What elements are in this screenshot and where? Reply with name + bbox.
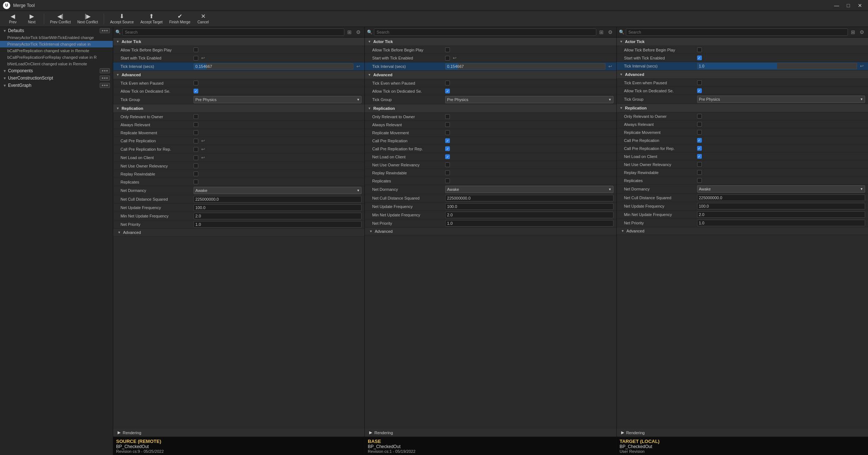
- tree-item-3[interactable]: bCallPreReplication changed value in Rem…: [0, 47, 113, 54]
- prop-checkbox[interactable]: [194, 180, 198, 184]
- sub-section-rendering[interactable]: ▶Rendering: [113, 429, 364, 437]
- prop-checkbox[interactable]: [194, 47, 198, 52]
- tree-item-4[interactable]: bCallPreReplicationForReplay changed val…: [0, 54, 113, 61]
- prop-checkbox[interactable]: [445, 130, 450, 135]
- minimize-button[interactable]: —: [831, 2, 842, 9]
- prop-checkbox[interactable]: [445, 56, 450, 61]
- prop-checkbox[interactable]: [194, 163, 198, 168]
- section-header-0[interactable]: ▼Actor Tick: [113, 38, 364, 46]
- prop-checkbox[interactable]: [445, 170, 450, 175]
- section-header-1[interactable]: ▼Advanced: [617, 70, 868, 79]
- prop-revert-button[interactable]: ↩: [200, 138, 206, 144]
- prop-slider[interactable]: 0.154667: [445, 63, 605, 70]
- prop-revert-button[interactable]: ↩: [200, 55, 206, 61]
- tree-item-6[interactable]: ▼Components: [0, 67, 113, 74]
- prop-input[interactable]: [445, 203, 613, 210]
- prop-dropdown[interactable]: Awake▼: [697, 185, 865, 193]
- prop-dropdown[interactable]: Awake▼: [445, 186, 613, 193]
- prop-checkbox[interactable]: [697, 130, 702, 135]
- prop-checkbox[interactable]: [445, 122, 450, 127]
- prop-checkbox[interactable]: [445, 89, 450, 93]
- prop-dropdown[interactable]: Pre Physics▼: [194, 96, 362, 103]
- prop-checkbox[interactable]: [445, 162, 450, 167]
- prop-checkbox[interactable]: [194, 130, 198, 135]
- grid-view-button-base[interactable]: ⊞: [598, 28, 605, 36]
- settings-button-source[interactable]: ⚙: [355, 28, 362, 36]
- prop-input[interactable]: [445, 195, 613, 201]
- prop-checkbox[interactable]: [697, 47, 702, 52]
- next-conflict-button[interactable]: |▶ Next Conflict: [74, 12, 101, 26]
- sub-section-rendering[interactable]: ▶Rendering: [365, 429, 616, 437]
- accept-source-button[interactable]: ⬇ Accept Source: [107, 12, 137, 26]
- tree-item-7[interactable]: ▼UserConstructionScript: [0, 74, 113, 82]
- prop-input[interactable]: [697, 220, 865, 226]
- search-input-base[interactable]: [374, 28, 596, 36]
- prop-checkbox[interactable]: [194, 171, 198, 176]
- prop-revert-button[interactable]: ↩: [859, 63, 865, 69]
- section-header-3[interactable]: ▼Advanced: [617, 227, 868, 235]
- prop-checkbox[interactable]: [194, 122, 198, 127]
- prop-checkbox[interactable]: [194, 56, 198, 61]
- prop-input[interactable]: [194, 196, 362, 203]
- cancel-button[interactable]: ✕ Cancel: [194, 12, 212, 26]
- prop-revert-button[interactable]: ↩: [451, 55, 458, 61]
- next-button[interactable]: ▶ Next: [23, 12, 41, 26]
- section-header-2[interactable]: ▼Replication: [113, 104, 364, 113]
- settings-button-target[interactable]: ⚙: [858, 28, 866, 36]
- section-header-0[interactable]: ▼Actor Tick: [617, 38, 868, 46]
- prop-input[interactable]: [194, 213, 362, 219]
- prop-input[interactable]: [194, 221, 362, 228]
- tree-item-1[interactable]: PrimaryActorTick bStartWithTickEnabled c…: [0, 34, 113, 41]
- prop-checkbox[interactable]: [697, 170, 702, 175]
- prop-checkbox[interactable]: [194, 139, 198, 143]
- settings-button-base[interactable]: ⚙: [607, 28, 614, 36]
- prop-input[interactable]: [445, 220, 613, 227]
- prop-revert-button[interactable]: ↩: [200, 154, 206, 161]
- prop-checkbox[interactable]: [445, 81, 450, 85]
- prop-checkbox[interactable]: [445, 114, 450, 119]
- tree-item-5[interactable]: bNetLoadOnClient changed value in Remote: [0, 61, 113, 67]
- prop-dropdown[interactable]: Awake▼: [194, 187, 362, 194]
- maximize-button[interactable]: □: [843, 2, 853, 9]
- section-header-2[interactable]: ▼Replication: [617, 104, 868, 112]
- tree-item-2[interactable]: PrimaryActorTick TickInterval changed va…: [0, 41, 113, 47]
- prop-input[interactable]: [697, 211, 865, 218]
- section-header-0[interactable]: ▼Actor Tick: [365, 38, 616, 46]
- prop-slider[interactable]: 1.0: [697, 63, 857, 69]
- sub-section-rendering[interactable]: ▶Rendering: [617, 429, 868, 437]
- search-input-source[interactable]: [122, 28, 344, 36]
- prop-checkbox[interactable]: [194, 155, 198, 160]
- prop-input[interactable]: [697, 194, 865, 201]
- grid-view-button-target[interactable]: ⊞: [849, 28, 857, 36]
- prev-button[interactable]: ◀ Prev: [4, 12, 22, 26]
- prop-checkbox[interactable]: [697, 114, 702, 119]
- grid-view-button-source[interactable]: ⊞: [346, 28, 353, 36]
- prop-checkbox[interactable]: [194, 89, 198, 93]
- prop-checkbox[interactable]: [697, 178, 702, 183]
- prop-checkbox[interactable]: [697, 55, 702, 60]
- prop-checkbox[interactable]: [194, 81, 198, 85]
- section-header-1[interactable]: ▼Advanced: [365, 71, 616, 79]
- prop-input[interactable]: [194, 204, 362, 211]
- prop-input[interactable]: [445, 212, 613, 218]
- accept-target-button[interactable]: ⬆ Accept Target: [137, 12, 165, 26]
- section-header-3[interactable]: ▼Advanced: [365, 228, 616, 235]
- section-header-1[interactable]: ▼Advanced: [113, 71, 364, 79]
- search-input-target[interactable]: [626, 28, 848, 36]
- prop-checkbox[interactable]: [194, 114, 198, 119]
- prop-checkbox[interactable]: [445, 178, 450, 183]
- prop-dropdown[interactable]: Pre Physics▼: [697, 96, 865, 103]
- prop-checkbox[interactable]: [194, 147, 198, 152]
- prop-checkbox[interactable]: [697, 80, 702, 85]
- prop-checkbox[interactable]: [445, 47, 450, 52]
- prop-revert-button[interactable]: ↩: [355, 63, 362, 70]
- section-header-2[interactable]: ▼Replication: [365, 104, 616, 113]
- finish-merge-button[interactable]: ✔ Finish Merge: [166, 12, 193, 26]
- prop-checkbox[interactable]: [697, 88, 702, 93]
- prop-revert-button[interactable]: ↩: [200, 146, 206, 153]
- tree-item-8[interactable]: ▼EventGraph: [0, 82, 113, 89]
- section-header-3[interactable]: ▼Advanced: [113, 229, 364, 236]
- prop-checkbox[interactable]: [697, 122, 702, 127]
- prop-checkbox[interactable]: [697, 162, 702, 167]
- prop-checkbox[interactable]: [445, 154, 450, 159]
